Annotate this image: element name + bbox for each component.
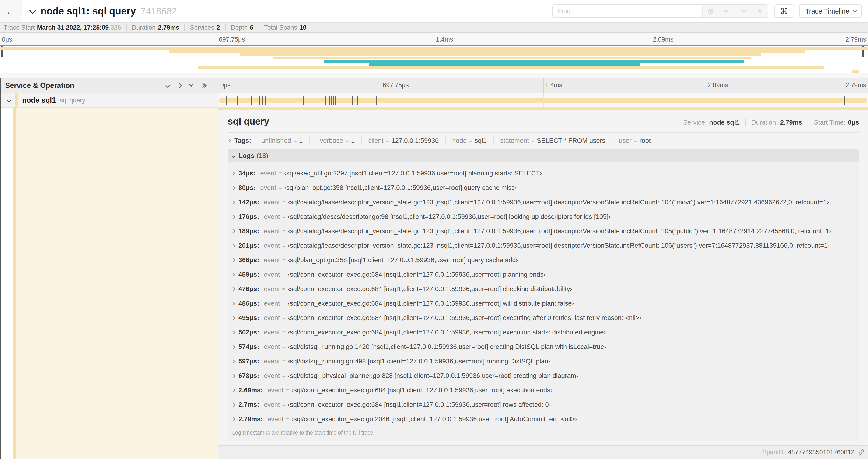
tags-accordion[interactable]: Tags: _unfinished=1_verbose=1client=127.… <box>228 137 859 144</box>
log-timestamp: 189μs: <box>239 227 259 235</box>
chevron-right-icon <box>228 139 231 143</box>
minimap-span-bar <box>198 66 824 69</box>
stat-label: Trace Start <box>4 24 35 31</box>
log-row[interactable]: 678μs:event=‹sql/distsql_physical_planne… <box>228 368 859 383</box>
log-field-name: event <box>264 358 280 365</box>
span-detail-meta: Service:node sql1Duration:2.79msStart Ti… <box>683 119 859 126</box>
log-row[interactable]: 2.69ms:event=‹sql/conn_executor_exec.go:… <box>228 383 859 397</box>
grid-line <box>706 93 706 107</box>
chevron-right-icon <box>232 229 236 233</box>
log-row[interactable]: 142μs:event=‹sql/catalog/lease/descripto… <box>228 195 859 209</box>
stat-label: Total Spans <box>264 24 297 31</box>
tag-key: statement <box>500 137 529 144</box>
log-row[interactable]: 486μs:event=‹sql/conn_executor_exec.go:6… <box>228 296 859 311</box>
span-name-cell[interactable]: node sql1 sql query <box>1 93 218 107</box>
stat-value: 10 <box>299 24 306 31</box>
divider <box>808 119 808 126</box>
span-detail-tint <box>16 108 218 459</box>
log-row[interactable]: 34μs:event=‹sql/exec_util.go:2297 [nsql1… <box>228 166 859 181</box>
log-equals: = <box>276 170 284 176</box>
log-equals: = <box>283 416 291 422</box>
tag-key: node <box>452 137 467 144</box>
double-chevron-down-icon[interactable] <box>189 85 193 86</box>
log-row[interactable]: 366μs:event=‹sql/plan_opt.go:358 [nsql1,… <box>228 253 859 267</box>
keyboard-shortcuts-button[interactable]: ⌘ <box>774 4 794 18</box>
log-timestamp: 495μs: <box>239 314 259 322</box>
log-equals: = <box>280 286 288 292</box>
log-row[interactable]: 502μs:event=‹sql/conn_executor_exec.go:6… <box>228 325 859 339</box>
chevron-right-icon <box>232 403 236 406</box>
prev-match-button[interactable] <box>719 5 735 18</box>
deep-link-icon[interactable] <box>858 449 865 456</box>
log-equals: = <box>280 214 288 220</box>
log-equals: = <box>280 271 288 278</box>
stat-value: 6 <box>250 24 253 31</box>
collapse-trace-caret[interactable] <box>30 8 35 14</box>
meta-label: Duration: <box>751 119 778 126</box>
tags-label: Tags: <box>234 137 251 144</box>
log-value: ‹sql/catalog/descs/descriptor.go:98 [nsq… <box>288 213 611 220</box>
tag-value: 127.0.0.1:59936 <box>392 137 439 144</box>
ruler-tick-label: 0μs <box>220 81 230 89</box>
log-row[interactable]: 597μs:event=‹sql/distsql_running.go:498 … <box>228 354 859 368</box>
collapse-all-icon[interactable] <box>165 83 170 88</box>
focus-match-button[interactable] <box>703 5 719 18</box>
ruler-tick-label: 2.09ms <box>708 81 728 89</box>
log-row[interactable]: 176μs:event=‹sql/catalog/descs/descripto… <box>228 209 859 224</box>
grid-line <box>543 78 544 93</box>
minimap-canvas[interactable] <box>0 45 868 73</box>
double-chevron-right-icon[interactable] <box>201 84 206 87</box>
log-equals: = <box>280 257 288 263</box>
command-icon: ⌘ <box>780 6 788 16</box>
span-bar-cell[interactable] <box>218 93 868 107</box>
logs-relative-note: Log timestamps are relative to the start… <box>228 426 859 441</box>
log-row[interactable]: 80μs:event=‹sql/plan_opt.go:358 [nsql1,c… <box>228 181 859 195</box>
log-field-name: event <box>264 242 280 249</box>
minimap-span-bar <box>852 70 859 72</box>
chevron-right-icon <box>232 171 236 175</box>
trace-view-selector[interactable]: Trace Timeline <box>799 4 862 18</box>
log-value: ‹sql/exec_util.go:2297 [nsql1,client=127… <box>284 170 542 177</box>
log-marker-tick <box>226 96 227 105</box>
expand-one-icon[interactable] <box>177 83 182 88</box>
chevron-right-icon <box>232 186 236 190</box>
minimap-span-bar <box>369 63 640 66</box>
chevron-down-icon <box>853 9 857 12</box>
log-row[interactable]: 2.7ms:event=‹sql/conn_executor_exec.go:6… <box>228 397 859 412</box>
meta-value: node sql1 <box>709 119 740 126</box>
log-row[interactable]: 574μs:event=‹sql/distsql_running.go:1420… <box>228 339 859 354</box>
log-row[interactable]: 495μs:event=‹sql/conn_executor_exec.go:6… <box>228 311 859 325</box>
collapse-controls <box>166 84 218 87</box>
next-match-button[interactable] <box>735 5 751 18</box>
log-value: ‹sql/conn_executor_exec.go:684 [nsql1,cl… <box>288 401 551 408</box>
ruler-tick-label: 697.75μs <box>383 81 409 89</box>
chevron-right-icon <box>232 388 236 392</box>
find-input[interactable] <box>553 5 702 18</box>
log-value: ‹sql/distsql_running.go:498 [nsql1,clien… <box>288 358 551 365</box>
minimap-span-bar <box>324 60 744 63</box>
minimap-span-bar <box>240 54 761 56</box>
log-marker-tick <box>329 96 330 105</box>
log-row[interactable]: 476μs:event=‹sql/conn_executor_exec.go:6… <box>228 282 859 296</box>
collapse-children-icon[interactable] <box>7 98 11 102</box>
log-row[interactable]: 2.79ms:event=‹sql/conn_executor_exec.go:… <box>228 412 859 426</box>
log-field-name: event <box>264 372 280 380</box>
log-row[interactable]: 201μs:event=‹sql/catalog/lease/descripto… <box>228 238 859 253</box>
clear-find-button[interactable]: ✕ <box>751 5 768 18</box>
log-equals: = <box>280 372 288 379</box>
chevron-right-icon <box>232 374 236 378</box>
span-detail-panel: sql query Service:node sql1Duration:2.79… <box>218 108 868 459</box>
tag-equals: = <box>383 138 392 144</box>
divider <box>126 25 127 31</box>
meta-value: 2.79ms <box>780 119 802 126</box>
span-service-name: node sql1 <box>22 96 56 104</box>
log-row[interactable]: 189μs:event=‹sql/catalog/lease/descripto… <box>228 224 859 238</box>
log-row[interactable]: 459μs:event=‹sql/conn_executor_exec.go:6… <box>228 267 859 282</box>
log-value: ‹sql/conn_executor_exec.go:684 [nsql1,cl… <box>288 285 572 293</box>
chevron-right-icon <box>232 330 236 334</box>
column-resizer-grip[interactable] <box>214 88 216 91</box>
logs-header[interactable]: Logs (18) <box>228 149 859 162</box>
log-equals: = <box>283 387 291 393</box>
log-equals: = <box>280 329 288 336</box>
back-button[interactable]: ← <box>0 0 22 22</box>
